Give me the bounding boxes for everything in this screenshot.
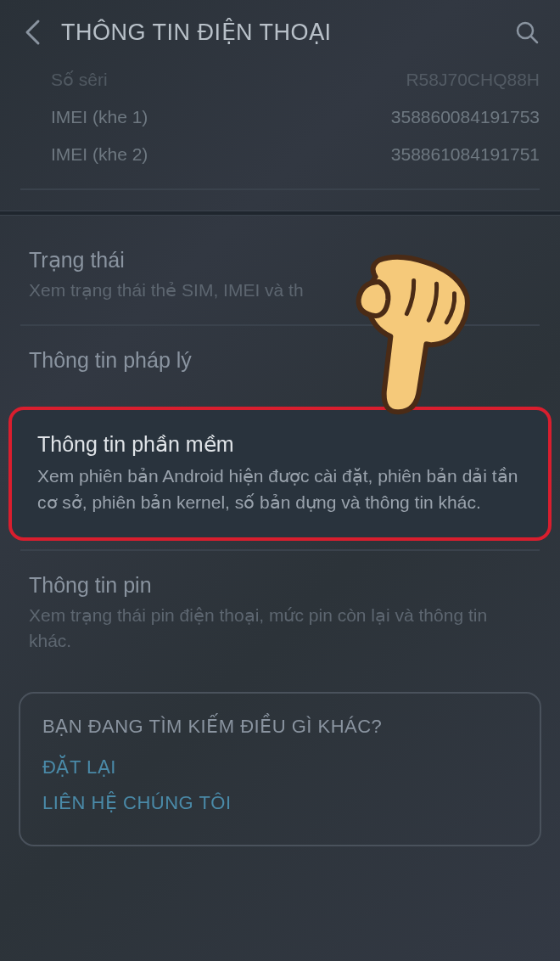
looking-for-heading: BẠN ĐANG TÌM KIẾM ĐIỀU GÌ KHÁC? [42, 716, 518, 738]
serial-label: Số sêri [51, 70, 108, 90]
imei2-row: IMEI (khe 2) 358861084191751 [0, 136, 560, 173]
header: THÔNG TIN ĐIỆN THOẠI [0, 0, 560, 61]
imei2-value: 358861084191751 [391, 144, 540, 165]
status-desc: Xem trạng thái thẻ SIM, IMEI và th [29, 278, 531, 302]
battery-item[interactable]: Thông tin pin Xem trạng thái pin điện th… [0, 551, 560, 675]
status-item[interactable]: Trạng thái Xem trạng thái thẻ SIM, IMEI … [0, 226, 560, 324]
software-item[interactable]: Thông tin phần mềm Xem phiên bản Android… [15, 413, 545, 534]
back-icon[interactable] [20, 20, 44, 44]
divider [20, 188, 540, 190]
legal-item[interactable]: Thông tin pháp lý [0, 326, 560, 400]
software-desc: Xem phiên bản Android hiện được cài đặt,… [37, 464, 523, 515]
looking-for-box: BẠN ĐANG TÌM KIẾM ĐIỀU GÌ KHÁC? ĐẶT LẠI … [19, 692, 541, 846]
contact-link[interactable]: LIÊN HỆ CHÚNG TÔI [42, 792, 518, 814]
serial-row: Số sêri R58J70CHQ88H [0, 61, 560, 98]
battery-title: Thông tin pin [29, 573, 531, 598]
software-item-highlight: Thông tin phần mềm Xem phiên bản Android… [8, 407, 552, 541]
software-title: Thông tin phần mềm [37, 432, 523, 457]
serial-value: R58J70CHQ88H [406, 70, 540, 90]
imei1-row: IMEI (khe 1) 358860084191753 [0, 98, 560, 136]
imei1-value: 358860084191753 [391, 107, 540, 127]
imei2-label: IMEI (khe 2) [51, 144, 148, 165]
search-icon[interactable] [514, 20, 540, 45]
imei1-label: IMEI (khe 1) [51, 107, 148, 127]
section-divider [0, 211, 560, 216]
svg-line-1 [531, 37, 537, 42]
reset-link[interactable]: ĐẶT LẠI [42, 756, 518, 778]
legal-title: Thông tin pháp lý [29, 348, 531, 373]
battery-desc: Xem trạng thái pin điện thoại, mức pin c… [29, 603, 531, 653]
page-title: THÔNG TIN ĐIỆN THOẠI [61, 19, 497, 46]
status-title: Trạng thái [29, 248, 531, 273]
